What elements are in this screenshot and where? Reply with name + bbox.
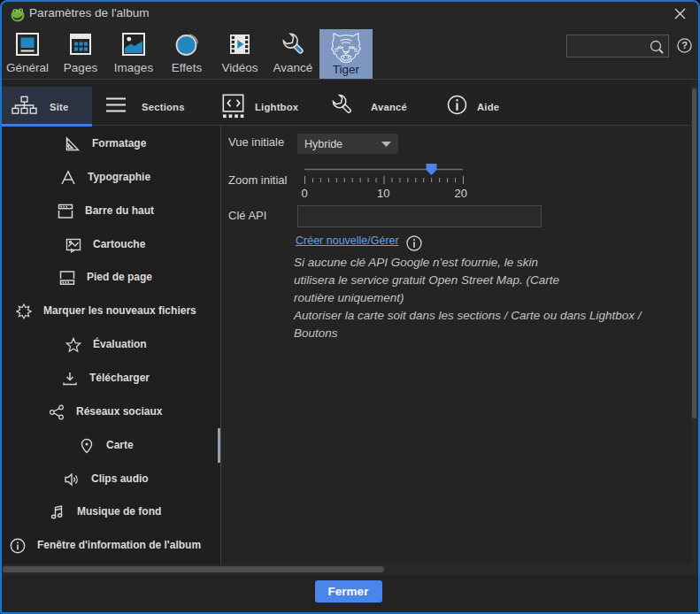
svg-text:0: 0 [302, 187, 308, 200]
svg-text:?: ? [681, 40, 688, 50]
svg-text:20: 20 [455, 187, 467, 200]
svg-text:10: 10 [377, 187, 389, 200]
